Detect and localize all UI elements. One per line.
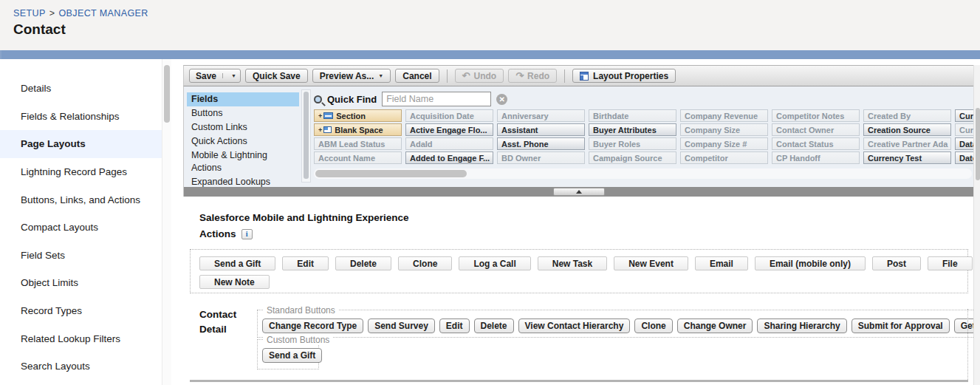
palette-field[interactable]: Campaign Source: [589, 151, 676, 164]
palette-category-custom-links[interactable]: Custom Links: [187, 120, 299, 134]
breadcrumb-setup-link[interactable]: SETUP: [13, 8, 46, 18]
palette-field[interactable]: Active Engage Flo...: [405, 123, 493, 136]
sidebar-item-record-types[interactable]: Record Types: [0, 297, 171, 325]
palette-horizontal-scrollbar-thumb[interactable]: [315, 170, 467, 177]
info-icon[interactable]: i: [241, 229, 253, 239]
sidebar-item-page-layouts[interactable]: Page Layouts: [0, 130, 171, 158]
palette-field[interactable]: Contact Status: [772, 137, 860, 150]
save-button[interactable]: Save ▼: [189, 69, 241, 83]
palette-field[interactable]: Birthdate: [589, 109, 676, 122]
cancel-button[interactable]: Cancel: [395, 69, 439, 83]
palette-field[interactable]: Competitor: [680, 151, 768, 164]
palette-category-list: Fields Buttons Custom Links Quick Action…: [187, 92, 299, 189]
action-new-task[interactable]: New Task: [538, 256, 607, 270]
std-button-change-owner[interactable]: Change Owner: [677, 318, 753, 333]
sidebar-item-object-limits[interactable]: Object Limits: [0, 269, 171, 297]
std-button-edit[interactable]: Edit: [439, 318, 470, 333]
save-button-label[interactable]: Save: [190, 71, 222, 81]
save-dropdown-button[interactable]: ▼: [222, 73, 240, 78]
layout-canvas: Salesforce Mobile and Lightning Experien…: [183, 197, 973, 385]
palette-category-quick-actions[interactable]: Quick Actions: [187, 134, 299, 149]
palette-field[interactable]: Curr: [955, 123, 973, 136]
quick-save-button[interactable]: Quick Save: [245, 69, 308, 83]
palette-field[interactable]: Buyer Attributes: [589, 123, 676, 136]
action-log-a-call[interactable]: Log a Call: [459, 256, 530, 270]
setup-header: SETUP>OBJECT MANAGER Contact: [0, 0, 980, 50]
redo-button[interactable]: ↷Redo: [508, 69, 557, 83]
palette-category-buttons[interactable]: Buttons: [187, 106, 299, 120]
mobile-actions-row-2: New Note: [199, 275, 270, 289]
action-email[interactable]: Email: [695, 256, 748, 270]
editor-vertical-scrollbar-thumb[interactable]: [976, 108, 980, 180]
palette-field[interactable]: Acquisition Date: [405, 109, 493, 122]
collapse-palette-button[interactable]: [553, 188, 605, 196]
undo-button[interactable]: ↶Undo: [455, 69, 504, 83]
sidebar-item-related-lookup-filters[interactable]: Related Lookup Filters: [0, 324, 171, 352]
sidebar-item-fields-relationships[interactable]: Fields & Relationships: [0, 103, 171, 131]
palette-category-mobile-lightning-actions[interactable]: Mobile & Lightning Actions: [187, 149, 299, 175]
palette-field[interactable]: Asst. Phone: [497, 137, 585, 150]
palette-item-section[interactable]: +Section: [314, 109, 402, 122]
action-email-mobile-only[interactable]: Email (mobile only): [755, 256, 866, 270]
action-post[interactable]: Post: [872, 256, 921, 270]
sidebar-item-lightning-record-pages[interactable]: Lightning Record Pages: [0, 158, 171, 186]
sidebar-item-buttons-links-actions[interactable]: Buttons, Links, and Actions: [0, 185, 171, 214]
palette-field[interactable]: Date: [955, 151, 973, 164]
quick-find-input[interactable]: [382, 92, 491, 106]
palette-field[interactable]: Account Name: [314, 151, 402, 164]
sidebar-item-field-sets[interactable]: Field Sets: [0, 242, 171, 270]
std-button-get-survey-invitation[interactable]: Get Survey Invitation: [954, 318, 973, 333]
action-edit[interactable]: Edit: [282, 256, 329, 270]
palette-field[interactable]: Company Size #: [680, 137, 768, 150]
palette-category-fields[interactable]: Fields: [187, 92, 299, 106]
preview-as-button[interactable]: Preview As...▼: [312, 69, 391, 83]
palette-field[interactable]: Created By: [863, 109, 951, 122]
palette-field[interactable]: Contact Owner: [772, 123, 860, 136]
palette-field[interactable]: Creative Partner Ada: [863, 137, 951, 150]
palette-field[interactable]: Data: [955, 137, 973, 150]
action-delete[interactable]: Delete: [335, 256, 391, 270]
palette-field[interactable]: Company Revenue: [680, 109, 768, 122]
page-layout-editor: Save ▼ Quick Save Preview As...▼ Cancel …: [183, 65, 973, 385]
std-button-sharing-hierarchy[interactable]: Sharing Hierarchy: [757, 318, 846, 333]
std-button-change-record-type[interactable]: Change Record Type: [262, 318, 363, 333]
sidebar-item-details[interactable]: Details: [0, 75, 171, 103]
sidebar-item-search-layouts[interactable]: Search Layouts: [0, 352, 171, 381]
palette-field[interactable]: Company Size: [680, 123, 768, 136]
palette-item-blank-space[interactable]: +Blank Space: [314, 123, 402, 136]
custom-button-send-a-gift[interactable]: Send a Gift: [262, 348, 322, 363]
editor-vertical-scrollbar[interactable]: [973, 65, 980, 385]
breadcrumb-object-manager-link[interactable]: OBJECT MANAGER: [58, 8, 148, 18]
sidebar-scrollbar[interactable]: [162, 59, 171, 385]
std-button-view-contact-hierarchy[interactable]: View Contact Hierarchy: [518, 318, 631, 333]
palette-field[interactable]: Assistant: [497, 123, 585, 136]
std-button-delete[interactable]: Delete: [474, 318, 514, 333]
palette-field[interactable]: BD Owner: [497, 151, 585, 164]
palette-horizontal-scrollbar[interactable]: [314, 168, 972, 179]
palette-field[interactable]: Competitor Notes: [772, 109, 860, 122]
std-button-send-survey[interactable]: Send Survey: [368, 318, 435, 333]
action-send-a-gift[interactable]: Send a Gift: [199, 256, 275, 270]
palette-field[interactable]: AdaId: [405, 137, 493, 150]
palette-category-scrollbar[interactable]: [301, 89, 311, 183]
palette-category-scrollbar-thumb[interactable]: [304, 92, 309, 179]
std-button-submit-for-approval[interactable]: Submit for Approval: [851, 318, 950, 333]
sidebar-item-compact-layouts[interactable]: Compact Layouts: [0, 214, 171, 242]
palette-field[interactable]: Anniversary: [497, 109, 585, 122]
palette-field[interactable]: Buyer Roles: [589, 137, 676, 150]
palette-field[interactable]: Added to Engage F...: [405, 151, 493, 164]
std-button-clone[interactable]: Clone: [634, 318, 672, 333]
palette-field[interactable]: Currency Test: [863, 151, 951, 164]
sidebar-scrollbar-thumb[interactable]: [164, 65, 170, 123]
layout-properties-button[interactable]: Layout Properties: [572, 69, 676, 83]
action-new-event[interactable]: New Event: [614, 256, 688, 270]
action-new-note[interactable]: New Note: [199, 275, 270, 289]
action-file[interactable]: File: [928, 256, 973, 270]
clear-search-icon[interactable]: ✕: [496, 94, 507, 105]
palette-field[interactable]: Curr: [955, 109, 973, 122]
palette-field[interactable]: ABM Lead Status: [314, 137, 402, 150]
palette-field[interactable]: Creation Source: [863, 123, 951, 136]
action-clone[interactable]: Clone: [398, 256, 452, 270]
palette-field[interactable]: CP Handoff: [772, 151, 860, 164]
breadcrumb-separator: >: [49, 8, 55, 18]
